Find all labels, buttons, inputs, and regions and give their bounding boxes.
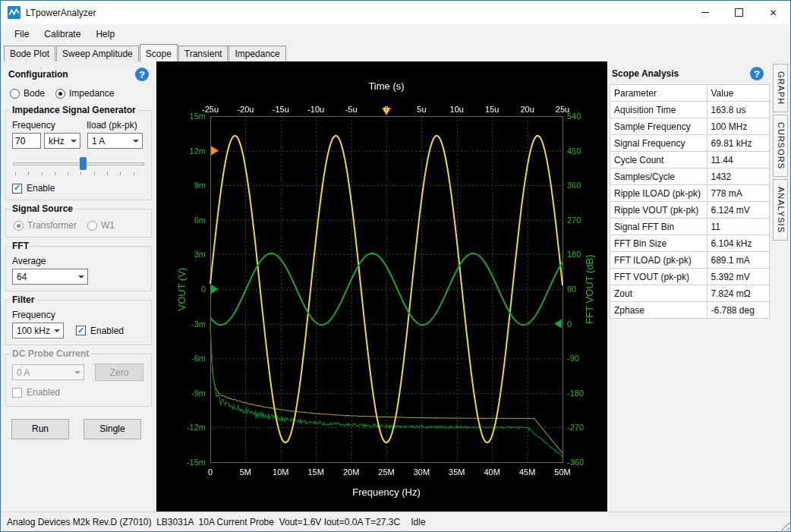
mode-bode-label: Bode xyxy=(24,88,45,99)
configuration-title: Configuration xyxy=(8,69,68,80)
filter-frequency-select[interactable]: 100 kHz xyxy=(12,323,64,338)
radio-icon xyxy=(14,221,24,231)
mode-radio-group: Bode Impedance xyxy=(1,83,156,102)
average-select[interactable]: 64 xyxy=(12,269,88,285)
frequency-axis-title: Frequency (Hz) xyxy=(352,486,421,498)
bottom-axis-tick: 5M xyxy=(240,467,251,477)
close-button[interactable]: ✕ xyxy=(756,1,790,24)
analysis-param-cell: Cycle Count xyxy=(610,152,707,168)
analysis-row: Cycle Count 11.44 xyxy=(610,152,770,168)
tab-transient[interactable]: Transient xyxy=(178,46,228,61)
configuration-help-icon[interactable]: ? xyxy=(135,68,149,81)
top-axis-tick: -15u xyxy=(273,105,289,114)
top-axis-tick: 20u xyxy=(520,105,534,114)
mode-radio-impedance[interactable]: Impedance xyxy=(55,88,114,99)
dc-probe-current-value: 0 A xyxy=(17,367,30,378)
top-axis-tick: -20u xyxy=(237,105,254,114)
frequency-input[interactable] xyxy=(12,133,41,149)
single-button[interactable]: Single xyxy=(84,419,141,439)
radio-icon xyxy=(55,89,65,99)
left-axis-tick: -3m xyxy=(191,320,206,329)
configuration-panel: Configuration ? Bode Impedance Impedance… xyxy=(1,61,156,512)
tab-sweep-amplitude[interactable]: Sweep Amplitude xyxy=(56,46,139,61)
source-radio-w1[interactable]: W1 xyxy=(87,220,115,231)
side-tab[interactable]: CURSORS xyxy=(773,115,788,177)
bottom-axis-tick: 10M xyxy=(273,467,288,477)
analysis-row: Signal Frequency 69.81 kHz xyxy=(610,135,770,152)
filter-enabled-checkbox[interactable]: ✓ Enabled xyxy=(76,326,124,336)
left-axis-tick: 9m xyxy=(194,181,206,190)
menu-item[interactable]: File xyxy=(7,26,36,42)
analysis-value-cell: 69.81 kHz xyxy=(707,135,770,152)
right-axis-tick: -90 xyxy=(567,354,579,363)
analysis-param-cell: Zphase xyxy=(610,302,707,319)
checkbox-checked-icon: ✓ xyxy=(12,184,22,194)
window-controls: ✕ xyxy=(688,1,790,24)
slider-thumb[interactable] xyxy=(80,157,87,170)
right-axis-tick: 180 xyxy=(567,250,581,259)
signal-generator-title: Impedance Signal Generator xyxy=(10,105,138,115)
dropdown-arrow-icon xyxy=(71,140,77,143)
fft-title: FFT xyxy=(10,241,31,251)
analysis-row: Aquisition Time 163.8 us xyxy=(610,102,770,118)
left-axis-tick: -12m xyxy=(187,423,206,432)
side-tab[interactable]: ANALYSIS xyxy=(773,179,788,241)
analysis-row: FFT Bin Size 6.104 kHz xyxy=(610,235,770,252)
left-axis-tick: 15m xyxy=(190,112,206,121)
analysis-row: Zphase -6.788 deg xyxy=(610,302,770,319)
analysis-param-cell: Aquisition Time xyxy=(610,102,707,118)
status-state: Idle xyxy=(411,517,425,527)
enable-checkbox[interactable]: ✓ Enable xyxy=(12,183,55,194)
analysis-row: Signal FFT Bin 11 xyxy=(610,219,770,235)
dropdown-arrow-icon xyxy=(74,371,80,374)
right-axis-tick: -180 xyxy=(567,389,584,398)
analysis-row: FFT ILOAD (pk-pk) 689.1 mA xyxy=(610,252,770,269)
analysis-value-cell: -6.788 deg xyxy=(707,302,770,319)
dc-probe-current-select: 0 A xyxy=(12,364,84,380)
right-axis-tick: 0 xyxy=(567,320,572,329)
frequency-slider[interactable] xyxy=(13,156,144,176)
analysis-value-cell: 778 mA xyxy=(707,185,770,202)
frequency-label: Frequency xyxy=(12,120,87,131)
time-axis-title: Time (s) xyxy=(368,80,404,92)
app-window: LTpowerAnalyzer ✕ FileCalibrateHelp Bode… xyxy=(0,0,791,532)
tab-bode-plot[interactable]: Bode Plot xyxy=(4,46,55,61)
slider-track xyxy=(13,162,144,165)
side-tab[interactable]: GRAPH xyxy=(773,64,788,112)
maximize-button[interactable] xyxy=(722,1,756,24)
right-axis-tick: -270 xyxy=(567,423,584,432)
scope-canvas[interactable] xyxy=(156,61,607,512)
right-axis-tick: 360 xyxy=(567,181,581,190)
mode-radio-bode[interactable]: Bode xyxy=(10,88,45,99)
top-axis-tick: 5u xyxy=(417,105,426,114)
run-button[interactable]: Run xyxy=(11,419,69,439)
filter-title: Filter xyxy=(10,294,36,305)
bottom-axis-tick: 0 xyxy=(208,467,213,477)
analysis-row: Samples/Cycle 1432 xyxy=(610,168,770,185)
right-axis-tick: 540 xyxy=(567,112,581,121)
frequency-unit-select[interactable]: kHz xyxy=(44,133,80,149)
menu-item[interactable]: Help xyxy=(88,26,122,42)
source-radio-transformer[interactable]: Transformer xyxy=(14,220,77,231)
analysis-param-cell: FFT ILOAD (pk-pk) xyxy=(610,252,707,269)
analysis-help-icon[interactable]: ? xyxy=(750,67,764,80)
left-axis-tick: -6m xyxy=(191,354,206,363)
resize-grip[interactable] xyxy=(780,521,789,530)
minimize-button[interactable] xyxy=(688,1,722,24)
scope-analysis-panel: Scope Analysis ? Parameter Value Aquisit… xyxy=(607,61,770,512)
tab-impedance[interactable]: Impedance xyxy=(228,46,285,61)
fft-group: FFT Average 64 xyxy=(5,246,152,291)
dropdown-arrow-icon xyxy=(54,329,60,332)
filter-frequency-label: Frequency xyxy=(12,310,55,320)
scope-analysis-title: Scope Analysis xyxy=(612,68,679,79)
menu-item[interactable]: Calibrate xyxy=(36,26,88,42)
dropdown-arrow-icon xyxy=(78,275,84,279)
close-icon: ✕ xyxy=(769,8,777,17)
fft-vout-axis-title: FFT VOUT (dB) xyxy=(584,254,595,323)
left-axis-tick: 12m xyxy=(190,146,206,156)
minimize-icon xyxy=(701,12,709,13)
tab-scope[interactable]: Scope xyxy=(140,44,178,62)
iload-select[interactable]: 1 A xyxy=(87,133,143,149)
window-title: LTpowerAnalyzer xyxy=(26,8,96,18)
left-axis-tick: 6m xyxy=(194,216,206,225)
